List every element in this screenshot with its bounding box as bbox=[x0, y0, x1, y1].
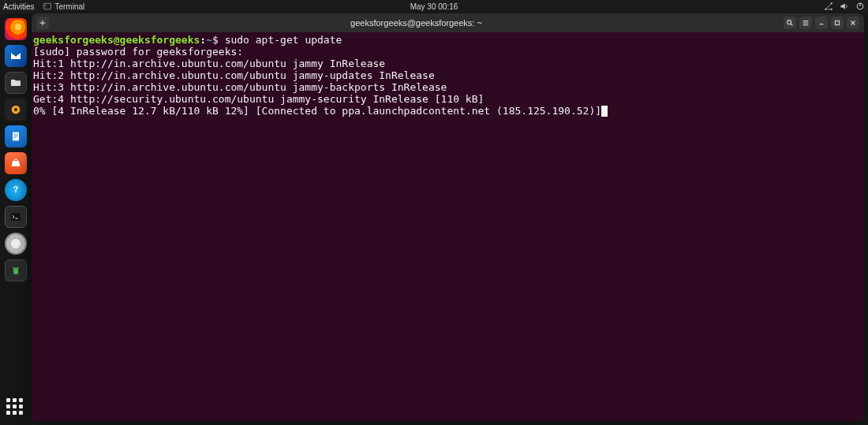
output-line-3: Hit:3 http://in.archive.ubuntu.com/ubunt… bbox=[33, 81, 447, 93]
svg-rect-15 bbox=[13, 267, 19, 268]
command-text: sudo apt-get update bbox=[225, 34, 342, 46]
prompt-path: ~ bbox=[206, 34, 212, 46]
output-line-2: Hit:2 http://in.archive.ubuntu.com/ubunt… bbox=[33, 69, 435, 81]
minimize-button[interactable] bbox=[815, 17, 828, 29]
output-line-1: Hit:1 http://in.archive.ubuntu.com/ubunt… bbox=[33, 58, 385, 69]
svg-line-19 bbox=[791, 24, 792, 25]
app-menu[interactable]: Terminal bbox=[43, 2, 84, 12]
dock-writer-icon[interactable] bbox=[5, 125, 27, 147]
output-line-5: 0% [4 InRelease 12.7 kB/110 kB 12%] [Con… bbox=[33, 105, 601, 117]
dock-trash-icon[interactable] bbox=[5, 259, 27, 281]
top-panel: Activities Terminal May 30 00:16 bbox=[0, 0, 868, 13]
terminal-window: geeksforgeeks@geeksforgeeks: ~ geeksforg… bbox=[32, 13, 864, 421]
dock-thunderbird-icon[interactable] bbox=[5, 45, 27, 67]
prompt-user-host: geeksforgeeks@geeksforgeeks bbox=[33, 34, 200, 46]
output-line-0: [sudo] password for geeksforgeeks: bbox=[33, 46, 249, 58]
dock-files-icon[interactable] bbox=[5, 72, 27, 94]
dock-disk-icon[interactable] bbox=[5, 233, 27, 255]
network-icon[interactable] bbox=[824, 2, 833, 13]
show-applications-icon[interactable] bbox=[6, 398, 25, 417]
dock-rhythmbox-icon[interactable] bbox=[5, 99, 27, 121]
svg-rect-0 bbox=[44, 3, 51, 9]
prompt-colon: : bbox=[200, 34, 206, 46]
svg-text:?: ? bbox=[13, 185, 19, 194]
terminal-indicator-icon bbox=[43, 2, 51, 12]
dock: ? bbox=[0, 13, 32, 425]
activities-button[interactable]: Activities bbox=[3, 2, 34, 11]
new-tab-button[interactable] bbox=[36, 17, 49, 29]
output-line-4: Get:4 http://security.ubuntu.com/ubuntu … bbox=[33, 93, 484, 105]
menu-button[interactable] bbox=[799, 17, 812, 29]
svg-rect-24 bbox=[836, 21, 840, 25]
prompt-dollar: $ bbox=[212, 34, 219, 46]
dock-terminal-icon[interactable] bbox=[5, 206, 27, 228]
svg-point-18 bbox=[788, 21, 791, 24]
svg-rect-8 bbox=[13, 132, 19, 141]
power-icon[interactable] bbox=[855, 2, 865, 13]
dock-firefox-icon[interactable] bbox=[5, 18, 27, 40]
maximize-button[interactable] bbox=[831, 17, 844, 29]
close-button[interactable] bbox=[847, 17, 859, 29]
dock-software-icon[interactable] bbox=[5, 152, 27, 174]
search-button[interactable] bbox=[784, 17, 796, 29]
clock[interactable]: May 30 00:16 bbox=[410, 2, 458, 11]
svg-rect-13 bbox=[11, 213, 21, 220]
terminal-body[interactable]: geeksforgeeks@geeksforgeeks:~$ sudo apt-… bbox=[32, 32, 864, 421]
volume-icon[interactable] bbox=[840, 2, 849, 13]
dock-help-icon[interactable]: ? bbox=[5, 179, 27, 201]
window-title: geeksforgeeks@geeksforgeeks: ~ bbox=[49, 18, 784, 28]
svg-point-7 bbox=[14, 108, 17, 111]
titlebar: geeksforgeeks@geeksforgeeks: ~ bbox=[32, 13, 864, 32]
cursor bbox=[601, 106, 608, 117]
